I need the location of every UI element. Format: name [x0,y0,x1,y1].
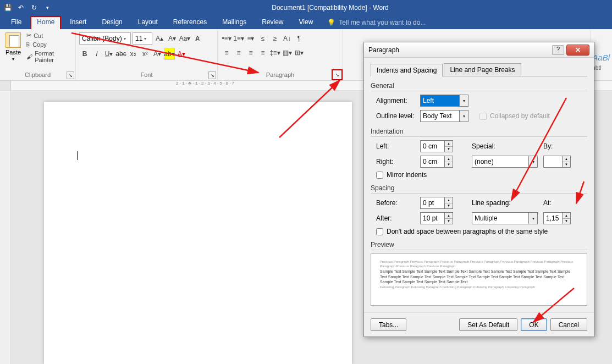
dialog-titlebar[interactable]: Paragraph ? ✕ [364,42,594,58]
preview-box: Previous Paragraph Previous Paragraph Pr… [371,253,587,306]
text-effects-button[interactable]: A▾ [152,48,163,60]
justify-button[interactable]: ≡ [257,47,268,59]
page[interactable] [44,102,352,364]
outline-value: Body Text [423,112,451,120]
tell-me[interactable]: 💡 Tell me what you want to do... [327,19,426,26]
save-icon[interactable]: 💾 [3,3,12,12]
text-cursor [77,151,319,160]
clear-formatting-button[interactable]: A̷ [192,32,203,45]
paste-icon [5,32,21,48]
after-spin[interactable]: 10 pt▲▼ [420,212,453,224]
dialog-tabs: Indents and Spacing Line and Page Breaks [371,63,587,76]
qat-customize-icon[interactable]: ▾ [43,3,52,12]
indent-left-label: Left: [371,142,420,150]
dont-add-check-input[interactable] [376,228,383,235]
title-bar: 💾 ↶ ↻ ▾ Document1 [Compatibility Mode] -… [0,0,612,15]
tab-indents-spacing[interactable]: Indents and Spacing [371,64,443,76]
mirror-indents-checkbox[interactable]: Mirror indents [371,171,587,179]
undo-icon[interactable]: ↶ [16,3,25,12]
numbering-button[interactable]: 1≡▾ [233,32,244,45]
tab-file[interactable]: File [4,16,28,29]
font-color-button[interactable]: A▾ [176,48,187,60]
tab-line-breaks[interactable]: Line and Page Breaks [444,63,521,76]
italic-button[interactable]: I [91,48,102,60]
font-launcher[interactable]: ↘ [208,71,216,79]
bullets-button[interactable]: •≡▾ [221,32,232,45]
sort-button[interactable]: A↓ [282,32,293,45]
at-spin[interactable]: 1,15▲▼ [543,212,571,224]
indent-left-spin[interactable]: 0 cm▲▼ [420,140,453,152]
indent-right-value: 0 cm [423,158,437,166]
grow-font-button[interactable]: A▴ [154,32,165,45]
font-name-combo[interactable]: Calibri (Body)▾ [79,32,131,45]
dont-add-space-checkbox[interactable]: Don't add space between paragraphs of th… [371,228,587,235]
paragraph-launcher[interactable]: ↘ [332,69,343,80]
strikethrough-button[interactable]: abc [115,48,126,60]
outline-select[interactable]: Body Text▾ [420,110,468,122]
underline-button[interactable]: U▾ [103,48,114,60]
cut-button[interactable]: ✂Cut [25,31,72,40]
tab-review[interactable]: Review [255,16,290,29]
tab-layout[interactable]: Layout [131,16,164,29]
font-size-value: 11 [135,35,142,42]
dialog-help-button[interactable]: ? [552,45,564,55]
section-general: General [371,82,587,91]
paste-button[interactable]: Paste ▾ [3,31,23,70]
line-spacing-button[interactable]: ‡≡▾ [269,47,280,59]
tab-home[interactable]: Home [30,16,61,29]
by-spin[interactable]: ▲▼ [543,156,571,168]
highlight-button[interactable]: ab▾ [164,48,175,60]
line-spacing-value: Multiple [475,214,497,222]
shading-button[interactable]: ▥▾ [282,47,293,59]
align-left-button[interactable]: ≡ [221,47,232,59]
copy-icon: ⎘ [26,41,30,48]
subscript-button[interactable]: x₂ [128,48,139,60]
alignment-select[interactable]: Left▾ [420,95,468,107]
tabs-button[interactable]: Tabs... [371,318,406,331]
set-default-button[interactable]: Set As Default [459,318,517,331]
tab-insert[interactable]: Insert [63,16,93,29]
borders-button[interactable]: ⊞▾ [294,47,305,59]
bold-button[interactable]: B [79,48,90,60]
chevron-down-icon: ▾ [528,156,537,167]
indent-right-spin[interactable]: 0 cm▲▼ [420,156,453,168]
tab-mailings[interactable]: Mailings [216,16,253,29]
style-subtle-peek: AaBlubtl [592,53,610,71]
increase-indent-button[interactable]: ≥ [269,32,280,45]
clipboard-launcher[interactable]: ↘ [67,71,74,79]
redo-icon[interactable]: ↻ [30,3,38,12]
before-spin[interactable]: 0 pt▲▼ [420,197,453,209]
ruler-corner [0,81,11,90]
line-spacing-select[interactable]: Multiple▾ [472,212,538,224]
paragraph-dialog: Paragraph ? ✕ Indents and Spacing Line a… [363,42,594,337]
brush-icon: 🖌 [26,53,32,60]
copy-button[interactable]: ⎘Copy [25,41,72,48]
tab-references[interactable]: References [167,16,213,29]
ok-button[interactable]: OK [521,318,547,331]
decrease-indent-button[interactable]: ≤ [257,32,268,45]
change-case-button[interactable]: Aa▾ [179,32,190,45]
align-center-button[interactable]: ≡ [233,47,244,59]
mirror-check-input[interactable] [376,172,383,179]
format-painter-button[interactable]: 🖌Format Painter [25,49,72,64]
cancel-button[interactable]: Cancel [550,318,587,331]
align-right-button[interactable]: ≡ [245,47,256,59]
at-value: 1,15 [546,214,559,222]
collapsed-label: Collapsed by default [490,112,550,120]
font-size-combo[interactable]: 11▾ [133,32,152,45]
dialog-close-button[interactable]: ✕ [566,45,589,56]
alignment-label: Alignment: [371,97,420,104]
collapsed-check-input [479,113,487,120]
tab-design[interactable]: Design [95,16,129,29]
shrink-font-button[interactable]: A▾ [167,32,178,45]
special-select[interactable]: (none)▾ [472,156,538,168]
superscript-button[interactable]: x² [140,48,151,60]
ruler-vertical[interactable] [0,91,11,364]
special-value: (none) [475,158,494,166]
show-marks-button[interactable]: ¶ [294,32,305,45]
clipboard-group-label: Clipboard [3,70,72,79]
font-group-label: Font [79,70,214,79]
multilevel-button[interactable]: ≡▾ [245,32,256,45]
tab-view[interactable]: View [293,16,320,29]
paragraph-group-label: Paragraph [221,70,339,79]
